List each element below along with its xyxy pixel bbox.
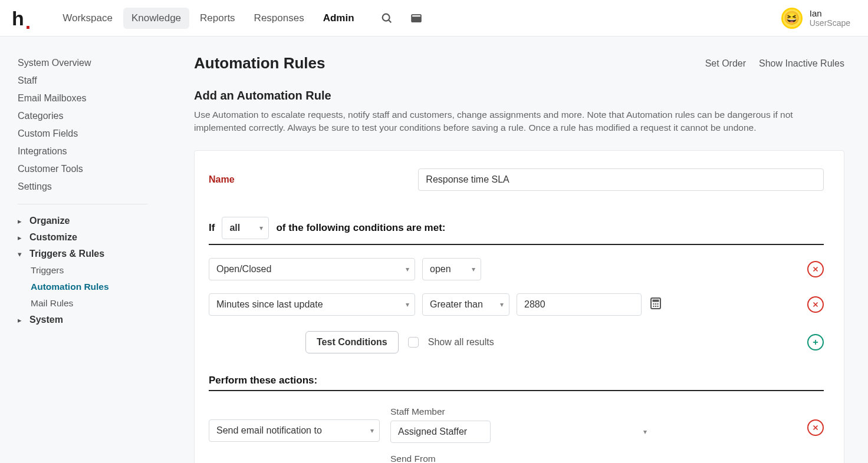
- top-nav: Workspace Knowledge Reports Responses Ad…: [54, 8, 362, 29]
- svg-point-0: [382, 14, 389, 21]
- page-subtitle: Add an Automation Rule: [194, 89, 844, 102]
- if-suffix: of the following conditions are met:: [276, 222, 445, 234]
- svg-point-16: [657, 306, 658, 307]
- sidebar-automation-rules[interactable]: Automation Rules: [31, 279, 167, 295]
- window-icon[interactable]: [410, 12, 423, 25]
- remove-condition-button[interactable]: [807, 296, 824, 313]
- condition-op-select[interactable]: Greater than: [422, 293, 509, 316]
- main-content: Automation Rules Set Order Show Inactive…: [180, 37, 868, 463]
- remove-condition-button[interactable]: [807, 261, 824, 277]
- condition-field-select[interactable]: Minutes since last update: [209, 293, 415, 316]
- svg-point-11: [653, 303, 654, 305]
- svg-line-1: [388, 19, 390, 22]
- app-header: h. Workspace Knowledge Reports Responses…: [0, 0, 868, 37]
- action-type-select[interactable]: Send email notification to: [209, 419, 380, 442]
- staff-member-label: Staff Member: [390, 406, 653, 417]
- svg-point-12: [655, 303, 656, 305]
- nav-workspace[interactable]: Workspace: [54, 8, 121, 29]
- rule-form-card: Name If all ▾ of the following condition…: [194, 150, 844, 463]
- chevron-right-icon: ▸: [18, 217, 24, 226]
- sidebar-triggers[interactable]: Triggers: [31, 262, 167, 279]
- nav-knowledge[interactable]: Knowledge: [123, 8, 189, 29]
- calculator-icon[interactable]: [649, 296, 663, 313]
- avatar: 😆: [781, 8, 803, 29]
- user-menu[interactable]: 😆 Ian UserScape: [781, 8, 850, 29]
- add-condition-button[interactable]: [807, 334, 824, 350]
- send-from-label: Send From: [390, 454, 653, 463]
- sidebar-customer-tools[interactable]: Customer Tools: [18, 160, 167, 178]
- sidebar-group-customize[interactable]: ▸ Customize: [18, 229, 167, 246]
- test-conditions-button[interactable]: Test Conditions: [305, 331, 399, 353]
- admin-sidebar: System Overview Staff Email Mailboxes Ca…: [0, 37, 180, 463]
- svg-rect-10: [653, 299, 659, 302]
- if-label: If: [209, 222, 215, 234]
- sidebar-group-organize[interactable]: ▸ Organize: [18, 213, 167, 229]
- remove-action-button[interactable]: [807, 419, 824, 436]
- sidebar-categories[interactable]: Categories: [18, 107, 167, 125]
- search-icon[interactable]: [380, 12, 393, 25]
- actions-label: Perform these actions:: [209, 375, 824, 386]
- user-org: UserScape: [810, 18, 850, 28]
- chevron-right-icon: ▸: [18, 316, 24, 325]
- chevron-down-icon: ▾: [643, 428, 647, 436]
- page-description: Use Automation to escalate requests, not…: [194, 108, 831, 135]
- show-all-results-label: Show all results: [428, 337, 494, 348]
- svg-point-15: [655, 306, 656, 307]
- sidebar-system-overview[interactable]: System Overview: [18, 54, 167, 72]
- condition-row: Minutes since last update ▾ Greater than…: [209, 293, 824, 316]
- chevron-down-icon: ▾: [18, 250, 24, 259]
- nav-admin[interactable]: Admin: [315, 8, 363, 29]
- sidebar-email-mailboxes[interactable]: Email Mailboxes: [18, 90, 167, 107]
- sidebar-mail-rules[interactable]: Mail Rules: [31, 295, 167, 312]
- sidebar-staff[interactable]: Staff: [18, 72, 167, 90]
- sidebar-group-system[interactable]: ▸ System: [18, 312, 167, 328]
- nav-responses[interactable]: Responses: [246, 8, 313, 29]
- svg-rect-5: [412, 15, 421, 22]
- nav-reports[interactable]: Reports: [192, 8, 244, 29]
- action-row: Send email notification to ▾ Staff Membe…: [209, 406, 824, 463]
- sidebar-integrations[interactable]: Integrations: [18, 143, 167, 160]
- show-inactive-link[interactable]: Show Inactive Rules: [759, 58, 844, 69]
- staff-member-select[interactable]: Assigned Staffer: [390, 421, 491, 443]
- rule-name-input[interactable]: [418, 168, 824, 191]
- set-order-link[interactable]: Set Order: [705, 58, 746, 69]
- user-name: Ian: [810, 8, 850, 18]
- condition-value-input[interactable]: [517, 293, 642, 316]
- sidebar-custom-fields[interactable]: Custom Fields: [18, 125, 167, 143]
- sidebar-settings[interactable]: Settings: [18, 178, 167, 196]
- chevron-right-icon: ▸: [18, 233, 24, 242]
- show-all-results-checkbox[interactable]: [408, 337, 419, 348]
- condition-field-select[interactable]: Open/Closed: [209, 258, 415, 280]
- svg-point-13: [657, 303, 658, 305]
- condition-row: Open/Closed ▾ open ▾: [209, 258, 824, 280]
- page-title: Automation Rules: [194, 54, 325, 72]
- match-mode-select[interactable]: all: [222, 217, 269, 239]
- svg-point-14: [653, 306, 654, 307]
- sidebar-group-triggers[interactable]: ▾ Triggers & Rules: [18, 246, 167, 262]
- app-logo: h.: [12, 8, 31, 28]
- name-label: Name: [209, 174, 418, 185]
- condition-op-select[interactable]: open: [422, 258, 481, 280]
